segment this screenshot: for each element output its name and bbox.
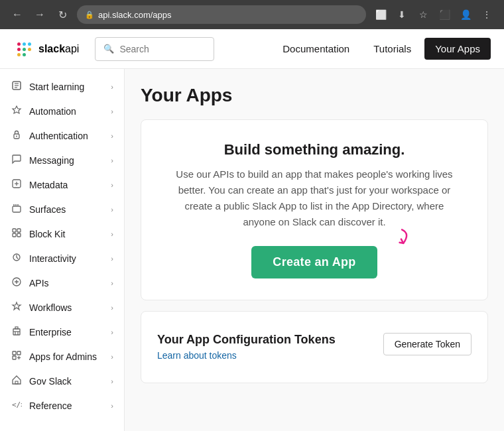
search-input[interactable] [119,44,206,54]
svg-rect-1 [17,42,21,46]
svg-rect-32 [17,351,21,355]
svg-rect-27 [15,327,18,329]
sidebar-item-enterprise[interactable]: Enterprise › [0,320,124,344]
main-layout: Start learning › Automation › Authentica… [0,69,504,431]
create-app-button[interactable]: Create an App [251,246,377,278]
search-icon: 🔍 [103,44,114,54]
block-kit-icon [11,227,23,240]
surfaces-icon [11,203,23,216]
workflows-icon [11,301,23,314]
sidebar-item-label: Messaging [29,155,104,166]
svg-point-19 [15,204,17,206]
search-box[interactable]: 🔍 [95,37,214,61]
slack-logo-icon [13,38,34,60]
sidebar-item-apps-for-admins[interactable]: Apps for Admins › [0,344,124,369]
profile-icon[interactable]: 👤 [456,5,475,24]
sidebar-item-apis[interactable]: APIs › [0,271,124,295]
sidebar-item-label: Automation [29,106,104,117]
sidebar-item-block-kit[interactable]: Block Kit › [0,221,124,246]
chevron-icon: › [111,156,113,164]
token-info: Your App Configuration Tokens Learn abou… [157,333,336,361]
start-learning-icon [11,80,23,93]
sidebar-item-authentication[interactable]: Authentication › [0,123,124,148]
app-wrapper: slackapi 🔍 Documentation Tutorials Your … [0,29,504,431]
enterprise-icon [11,326,23,338]
sidebar-item-surfaces[interactable]: Surfaces › [0,197,124,221]
svg-point-18 [13,204,15,206]
sidebar-item-workflows[interactable]: Workflows › [0,295,124,320]
svg-rect-33 [13,356,16,359]
address-bar[interactable]: 🔒 api.slack.com/apps [77,5,366,24]
browser-nav: ← → ↻ [8,5,72,24]
svg-rect-22 [17,229,21,232]
apis-icon [11,277,23,289]
header: slackapi 🔍 Documentation Tutorials Your … [0,29,504,69]
gov-slack-icon [11,375,23,387]
sidebar-item-gov-slack[interactable]: Gov Slack › [0,369,124,393]
svg-rect-2 [23,42,26,46]
back-button[interactable]: ← [8,5,27,24]
sidebar-item-label: Block Kit [29,229,104,239]
svg-point-20 [17,204,19,206]
sidebar-item-automation[interactable]: Automation › [0,99,124,123]
chevron-icon: › [111,328,113,336]
sidebar-item-interactivity[interactable]: Interactivity › [0,246,124,271]
cast-icon[interactable]: ⬜ [371,5,390,24]
chevron-icon: › [111,132,113,140]
chevron-icon: › [111,353,113,361]
download-icon[interactable]: ⬇ [393,5,411,24]
chevron-icon: › [111,402,113,410]
chevron-icon: › [111,279,113,287]
token-card: Your App Configuration Tokens Learn abou… [141,311,488,383]
sidebar-item-label: Apps for Admins [29,351,104,362]
sidebar-item-reference[interactable]: </> Reference › [0,393,124,418]
refresh-button[interactable]: ↻ [53,5,72,24]
sidebar-item-label: Metadata [29,180,104,190]
sidebar-item-label: Workflows [29,302,104,313]
sidebar-item-messaging[interactable]: Messaging › [0,148,124,172]
svg-rect-7 [17,53,21,56]
chevron-icon: › [111,230,113,238]
chevron-icon: › [111,304,113,312]
menu-icon[interactable]: ⋮ [477,5,496,24]
sidebar-item-label: Authentication [29,131,104,141]
chevron-icon: › [111,107,113,115]
sidebar-item-start-learning[interactable]: Start learning › [0,74,124,99]
browser-chrome: ← → ↻ 🔒 api.slack.com/apps ⬜ ⬇ ☆ ⬛ 👤 ⋮ [0,0,504,29]
build-card-description: Use our APIs to build an app that makes … [172,166,457,230]
learn-about-tokens-link[interactable]: Learn about tokens [157,350,237,361]
chevron-icon: › [111,206,113,214]
chevron-icon: › [111,255,113,263]
svg-rect-0 [17,48,21,51]
browser-actions: ⬜ ⬇ ☆ ⬛ 👤 ⋮ [371,5,496,24]
logo-slack-text: slackapi [38,43,79,55]
sidebar-item-label: Surfaces [29,204,104,215]
svg-rect-23 [13,233,16,237]
header-nav: Documentation Tutorials Your Apps [272,38,491,60]
logo[interactable]: slackapi [13,38,79,60]
svg-rect-24 [17,233,21,237]
authentication-icon [11,129,23,142]
lock-icon: 🔒 [85,11,94,19]
svg-rect-17 [13,206,21,212]
sidebar-item-label: APIs [29,278,104,288]
sidebar-item-label: Enterprise [29,327,104,338]
automation-icon [11,105,23,117]
sidebar-item-label: Reference [29,400,104,411]
nav-tutorials[interactable]: Tutorials [363,38,422,60]
sidebar-item-metadata[interactable]: Metadata › [0,172,124,197]
sidebar-item-label: Interactivity [29,253,104,264]
bookmark-icon[interactable]: ☆ [414,5,432,24]
messaging-icon [11,154,23,166]
apps-for-admins-icon [11,350,23,363]
chevron-icon: › [111,181,113,189]
interactivity-icon [11,252,23,265]
split-view-icon[interactable]: ⬛ [435,5,454,24]
chevron-icon: › [111,377,113,385]
svg-rect-6 [28,48,31,51]
forward-button[interactable]: → [31,5,49,24]
nav-your-apps[interactable]: Your Apps [424,38,491,60]
generate-token-button[interactable]: Generate Token [383,333,472,355]
nav-documentation[interactable]: Documentation [272,38,360,60]
page-title: Your Apps [141,85,488,106]
